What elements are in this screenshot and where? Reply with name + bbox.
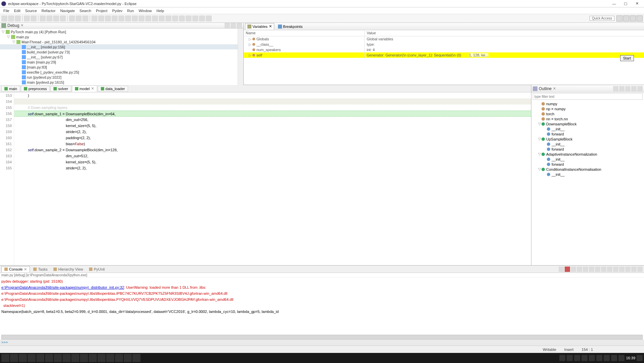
debug-tree[interactable]: ▽PyTorch main.py (4) [Python Run]▽main.p… (0, 29, 238, 85)
debug-tree-row[interactable]: build_model [solver.py:73] (0, 49, 238, 54)
debug-tree-row[interactable]: ▽PyTorch main.py (4) [Python Run] (0, 29, 238, 34)
taskbar-app[interactable] (63, 354, 71, 362)
console-button[interactable] (619, 267, 625, 272)
outline-item[interactable]: ▽ConditionalInstanceNormalisation (531, 167, 644, 172)
debug-tree-row[interactable]: main [main.py:29] (0, 59, 238, 65)
console-button[interactable] (613, 267, 618, 272)
cortana-button[interactable] (10, 354, 18, 362)
outline-item[interactable]: ▽DownsampleBlock (531, 121, 644, 126)
toolbar-button[interactable] (105, 15, 111, 22)
menu-refactor[interactable]: Refactor (40, 8, 58, 13)
toolbar-button[interactable] (112, 15, 118, 22)
view-button[interactable] (631, 86, 637, 91)
toolbar-button[interactable] (192, 15, 198, 22)
tab-tasks[interactable]: Tasks (31, 267, 50, 272)
terminate-button[interactable] (565, 267, 570, 272)
disconnect-button[interactable] (60, 15, 66, 22)
outline-item[interactable]: numpy (531, 101, 644, 106)
run-button[interactable] (31, 15, 37, 22)
menu-window[interactable]: Window (136, 8, 154, 13)
suspend-button[interactable] (46, 15, 52, 22)
outline-item[interactable]: torch (531, 111, 644, 116)
debug-tree-row[interactable]: __init__ [solver.py:67] (0, 54, 238, 59)
view-button[interactable] (625, 86, 631, 91)
debug-button[interactable] (24, 15, 30, 22)
debug-tree-row[interactable]: ▽MainThread - pid_15180_id_1432649456104 (0, 39, 238, 44)
view-button[interactable] (637, 86, 643, 91)
taskbar-app[interactable] (106, 354, 114, 362)
taskbar-app[interactable] (36, 354, 44, 362)
menu-help[interactable]: Help (155, 8, 166, 13)
variable-row[interactable]: ▷GlobalsGlobal variables (244, 36, 644, 42)
view-button[interactable] (613, 86, 618, 91)
tab-pyunit[interactable]: PyUnit (86, 267, 107, 272)
variable-row[interactable]: ▷selfGenerator: Generator(\n (conv_layer… (244, 52, 644, 58)
code-editor[interactable]: 153154155156157158159160161162163164165 … (0, 92, 531, 265)
toolbar-button[interactable] (138, 15, 145, 22)
tray-icon[interactable] (581, 355, 588, 361)
outline-item[interactable]: __init__ (531, 126, 644, 131)
console-button[interactable] (625, 267, 631, 272)
outline-item[interactable]: __init__ (531, 157, 644, 162)
debug-tree-row[interactable]: execfile [_pydev_execfile.py:25] (0, 70, 238, 75)
display-button[interactable] (601, 267, 606, 272)
variable-row[interactable]: num_speakersint: 4 (244, 47, 644, 52)
maximize-button[interactable]: ▢ (620, 0, 631, 7)
outline-item[interactable]: ▽UpSampleBlock (531, 136, 644, 142)
start-button[interactable]: Start (620, 55, 634, 61)
outline-item[interactable]: forward (531, 147, 644, 152)
editor-tab-solver[interactable]: solver (50, 86, 71, 92)
toolbar-button[interactable] (152, 15, 158, 22)
close-button[interactable]: ✕ (631, 0, 643, 7)
save-button[interactable] (8, 15, 14, 22)
debug-tree-row[interactable]: main [pydevd.py:1615] (0, 80, 238, 85)
view-button[interactable] (619, 86, 625, 91)
taskbar-app[interactable] (80, 354, 88, 362)
start-button[interactable] (1, 354, 9, 362)
new-button[interactable] (1, 15, 7, 22)
menu-run[interactable]: Run (125, 8, 136, 13)
view-menu-button[interactable] (225, 23, 230, 28)
tab-console[interactable]: Console ✕ (1, 266, 30, 272)
menu-pydev[interactable]: Pydev (110, 8, 125, 13)
toolbar-button[interactable] (186, 15, 192, 22)
toolbar-button[interactable] (179, 15, 185, 22)
outline-item[interactable]: nn = torch.nn (531, 116, 644, 121)
tab-breakpoints[interactable]: Breakpoints (276, 24, 305, 30)
tray-icon[interactable] (611, 355, 617, 361)
remove-all-button[interactable] (577, 267, 582, 272)
taskbar-app[interactable] (115, 354, 123, 362)
tray-icon[interactable] (589, 355, 595, 361)
perspective-button[interactable] (616, 15, 622, 22)
scrollbar[interactable] (238, 29, 243, 85)
column-name[interactable]: Name (244, 30, 365, 36)
variables-table[interactable]: ▷GlobalsGlobal variables▷__class__type: … (244, 36, 644, 85)
toolbar-button[interactable] (118, 15, 124, 22)
task-view-button[interactable] (19, 354, 27, 362)
toolbar-button[interactable] (91, 15, 97, 22)
perspective-button[interactable] (637, 15, 643, 22)
toolbar-button[interactable] (145, 15, 151, 22)
outline-item[interactable]: np = numpy (531, 106, 644, 111)
outline-tree[interactable]: numpynp = numpytorchnn = torch.nn▽Downsa… (531, 100, 644, 265)
editor-tab-data_loader[interactable]: data_loader (98, 86, 128, 92)
outline-item[interactable]: forward (531, 131, 644, 136)
menu-edit[interactable]: Edit (12, 8, 23, 13)
menu-search[interactable]: Search (78, 8, 93, 13)
close-icon[interactable]: ✕ (553, 86, 558, 91)
scroll-lock-button[interactable] (589, 267, 594, 272)
step-over-button[interactable] (76, 15, 82, 22)
perspective-button[interactable] (630, 15, 636, 22)
tray-icon[interactable] (596, 355, 602, 361)
toolbar-button[interactable] (206, 15, 212, 22)
console-button[interactable] (607, 267, 612, 272)
column-value[interactable]: Value (365, 30, 644, 36)
line-gutter[interactable]: 153154155156157158159160161162163164165 (0, 92, 14, 265)
console-output[interactable]: pydev debugger: starting (pid: 15180)e:\… (0, 278, 644, 334)
editor-tab-preprocess[interactable]: preprocess (21, 86, 50, 92)
outline-item[interactable]: __init__ (531, 142, 644, 147)
console-button[interactable] (559, 267, 564, 272)
outline-item[interactable]: __init__ (531, 172, 644, 177)
tray-icon[interactable] (574, 355, 580, 361)
tab-variables[interactable]: Variables ✕ (245, 23, 274, 30)
